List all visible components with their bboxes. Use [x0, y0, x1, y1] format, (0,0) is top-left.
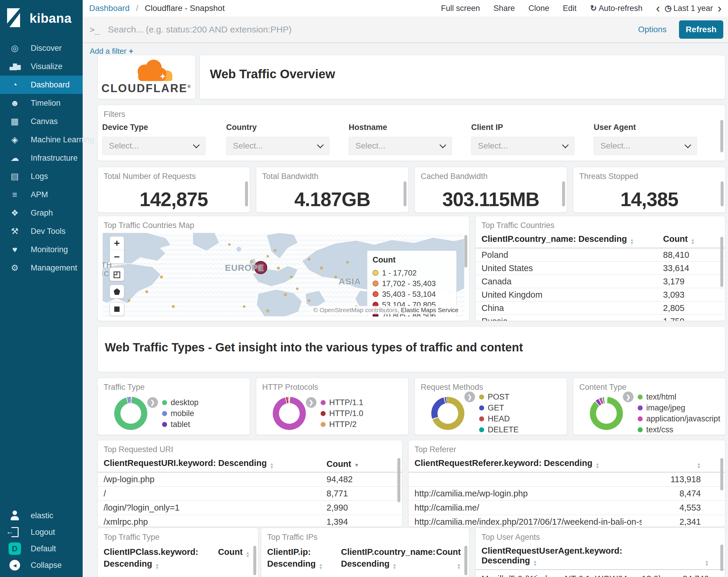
content-type-donut-chart[interactable] [590, 397, 623, 430]
sidebar-item-logs[interactable]: ▤ Logs [0, 167, 83, 185]
scrollbar[interactable] [245, 181, 248, 206]
sidebar-item-graph[interactable]: ❖ Graph [0, 204, 83, 222]
legend-item[interactable]: text/css [638, 424, 720, 435]
breadcrumb-dashboard-link[interactable]: Dashboard [89, 3, 130, 13]
map-controls: + − ◰ [109, 236, 124, 316]
sidebar-item-monitoring[interactable]: ♥ Monitoring [0, 241, 83, 259]
request-methods-donut-chart[interactable] [431, 397, 464, 430]
kibana-logo[interactable]: kibana [0, 0, 83, 35]
sidebar-item-management[interactable]: ⚙ Management [0, 259, 83, 277]
scrollbar[interactable] [397, 458, 400, 502]
scrollbar[interactable] [404, 181, 407, 206]
sidebar-item-apm[interactable]: ≡ APM [0, 185, 83, 204]
legend-item[interactable]: HTTP/1.0 [320, 408, 363, 419]
legend-item[interactable]: mobile [162, 408, 199, 419]
column-header-count[interactable]: Count▲▼ [663, 234, 695, 245]
edit-button[interactable]: Edit [563, 4, 576, 13]
time-prev-button[interactable]: ‹ [656, 2, 660, 14]
auto-refresh-icon: ↻ [590, 4, 597, 13]
sidebar-item-logout[interactable]: Logout [0, 524, 83, 541]
sidebar-item-dashboard[interactable]: ◔ Dashboard [0, 76, 83, 94]
scrollbar[interactable] [253, 546, 256, 575]
column-header-ip-class[interactable]: ClientIPClass.keyword: Descending▲▼ [104, 546, 214, 570]
crop-tool-button[interactable]: ◰ [110, 268, 124, 281]
column-header-uri[interactable]: ClientRequestURI.keyword: Descending▲▼ [104, 458, 327, 469]
panel-section-banner: Web Traffic Types - Get insight into the… [98, 326, 725, 372]
sidebar-item-machine-learning[interactable]: ◈ Machine Learning [0, 130, 83, 149]
client-ip-select[interactable]: Select... [471, 137, 574, 155]
scrollbar[interactable] [720, 545, 723, 571]
sidebar-item-visualize[interactable]: ▄█▆ Visualize [0, 57, 83, 76]
legend-expand-icon[interactable]: ❯ [623, 392, 633, 402]
legend-expand-icon[interactable]: ❯ [147, 397, 158, 408]
column-header-ip[interactable]: ClientIP.ip: Descending▲▼ [267, 546, 335, 570]
column-header-count[interactable]: ▲▼ [671, 556, 725, 567]
legend-item[interactable]: desktop [162, 397, 199, 408]
filter-label-country: Country [226, 123, 330, 132]
sidebar-item-collapse[interactable]: ◀ Collapse [0, 557, 83, 574]
legend-item[interactable]: tablet [162, 419, 199, 430]
auto-refresh-button[interactable]: ↻Auto-refresh [590, 3, 642, 13]
sidebar-item-discover[interactable]: ◎ Discover [0, 39, 83, 57]
time-range-picker[interactable]: ◷Last 1 year [665, 3, 713, 13]
polygon-tool-button[interactable] [110, 285, 124, 298]
traffic-type-donut-chart[interactable] [114, 397, 147, 430]
column-header-count[interactable]: ▲▼ [642, 458, 725, 469]
logout-icon [8, 527, 21, 537]
legend-item[interactable]: HEAD [479, 413, 519, 424]
referer-panel-title: Top Referer [409, 440, 725, 454]
scrollbar[interactable] [464, 546, 467, 575]
column-header-user-agent[interactable]: ClientRequestUserAgent.keyword: Descendi… [482, 546, 671, 567]
options-link[interactable]: Options [638, 25, 667, 34]
legend-item[interactable]: image/jpeg [638, 402, 720, 413]
legend-item[interactable]: POST [479, 392, 519, 402]
time-next-button[interactable]: › [718, 2, 722, 14]
share-button[interactable]: Share [494, 4, 515, 13]
rectangle-tool-button[interactable] [110, 302, 124, 316]
hostname-select[interactable]: Select... [349, 137, 452, 155]
legend-dot [479, 395, 484, 400]
zoom-in-button[interactable]: + [110, 236, 124, 250]
scrollbar[interactable] [464, 235, 467, 268]
legend-item[interactable]: application/javascript [638, 413, 720, 424]
refresh-button[interactable]: Refresh [679, 20, 723, 39]
sidebar-item-dev-tools[interactable]: ⚒ Dev Tools [0, 222, 83, 241]
country-select[interactable]: Select... [226, 137, 330, 155]
column-header-country[interactable]: ClientIP.country_name: Descending▲▼ [335, 546, 433, 570]
sidebar-item-space-default[interactable]: D Default [0, 541, 83, 557]
user-agent-select[interactable]: Select... [594, 137, 697, 155]
legend-item[interactable]: HTTP/2 [320, 419, 363, 430]
legend-expand-icon[interactable]: ❯ [464, 392, 475, 402]
legend-item[interactable]: HTTP/1.1 [320, 397, 363, 408]
legend-dot [479, 405, 484, 410]
legend-item[interactable]: DELETE [479, 424, 519, 435]
column-header-count[interactable]: Count▲▼ [433, 546, 469, 570]
scrollbar[interactable] [721, 181, 724, 206]
legend-item[interactable]: text/html [638, 392, 720, 402]
scrollbar[interactable] [720, 458, 723, 491]
table-row: http://camilia.me/4,553 [409, 501, 725, 515]
zoom-out-button[interactable]: − [110, 250, 124, 264]
map-canvas[interactable]: EUROPE ASIA TH IC + − ◰ Count [102, 233, 464, 317]
clone-button[interactable]: Clone [528, 4, 549, 13]
column-header-referer[interactable]: ClientRequestReferer.keyword: Descending… [415, 458, 642, 469]
column-header-country[interactable]: ClientIP.country_name: Descending▲▼ [482, 234, 663, 245]
chevron-down-icon [193, 142, 200, 149]
donut-panel-title: Content Type [573, 378, 725, 392]
column-header-count[interactable]: Count▼ [327, 459, 359, 469]
sidebar-item-user[interactable]: elastic [0, 507, 83, 524]
scrollbar[interactable] [720, 237, 723, 287]
sidebar-item-infrastructure[interactable]: ☁ Infrastructure [0, 149, 83, 167]
add-filter-link[interactable]: Add a filter+ [90, 47, 133, 55]
device-type-select[interactable]: Select... [102, 137, 206, 155]
scrollbar[interactable] [562, 181, 565, 206]
column-header-count[interactable]: Count▲▼ [214, 546, 258, 558]
legend-item[interactable]: GET [479, 402, 519, 413]
http-protocols-donut-chart[interactable] [273, 397, 306, 430]
full-screen-button[interactable]: Full screen [441, 4, 480, 13]
legend-expand-icon[interactable]: ❯ [306, 397, 316, 408]
sidebar-item-timelion[interactable]: ☻ Timelion [0, 94, 83, 112]
search-input[interactable] [107, 24, 626, 35]
scrollbar[interactable] [720, 120, 723, 152]
sidebar-item-canvas[interactable]: ▦ Canvas [0, 112, 83, 130]
